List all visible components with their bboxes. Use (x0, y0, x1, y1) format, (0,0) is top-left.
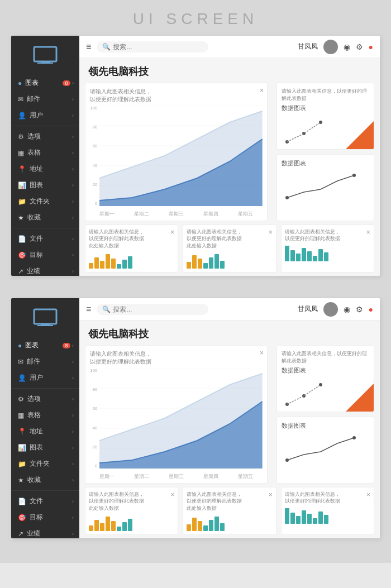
sidebar-item-图表2[interactable]: 📊 图表 › (11, 177, 79, 193)
close-button-3[interactable]: × (170, 491, 174, 499)
chevron-icon: › (72, 80, 74, 86)
close-button[interactable]: × (170, 228, 174, 236)
close-button-5[interactable]: × (366, 491, 370, 499)
sidebar-item-业绩[interactable]: ↗ 业绩 › (11, 263, 79, 276)
main-content-1: ≡ 🔍 甘凤凤 ◉ ⚙ ● 领先电脑科技 (79, 36, 380, 276)
sidebar2-item-图表2[interactable]: 📊图表› (11, 439, 79, 456)
right-chart-title-1: 数据图表 (282, 104, 369, 112)
sidebar2-item-选项[interactable]: ⚙选项› (11, 391, 79, 407)
close-button[interactable]: × (260, 87, 264, 94)
right-chart-top-2: 请输入此图表相关信息，以便更好的理解此表数据 数据图表 (276, 345, 374, 412)
chevron-icon: › (72, 113, 74, 118)
header-right: 甘凤凤 ◉ ⚙ ● (298, 40, 373, 54)
mail-icon-2: ✉ (18, 358, 23, 366)
chevron-icon: › (72, 166, 74, 172)
search-box[interactable]: 🔍 (97, 41, 208, 52)
sidebar2-item-文件[interactable]: 📄文件› (11, 493, 79, 509)
sidebar-section-1: ● 图表 8 › ✉ 邮件 › (11, 73, 79, 126)
settings-icon[interactable]: ⚙ (356, 42, 363, 51)
sidebar2-label-图表: 图表 (25, 341, 39, 350)
mini-note-4: 请输入此图表相关信息，以便更好的理解此表数据 (89, 491, 156, 505)
right-chart-note-2: 请输入此图表相关信息，以便更好的理解此表数据 (282, 350, 369, 364)
search-icon: 🔍 (102, 43, 111, 51)
close-button-2[interactable]: × (260, 349, 264, 357)
search-input[interactable] (113, 43, 203, 51)
mini-chart-5: × 请输入此图表相关信息，以便更好的理解此表数据 此处输入数据 (183, 487, 276, 535)
menu-icon-2[interactable]: ≡ (86, 304, 91, 314)
chevron-icon: › (72, 215, 74, 221)
folder-icon: 📁 (18, 198, 26, 205)
svg-rect-16 (34, 309, 56, 324)
sidebar2-section-3: 📄文件› 🎯目标› ↗业绩› 🏆荣誉› 💬交流› (11, 491, 79, 538)
sidebar2-item-邮件[interactable]: ✉邮件 › (11, 353, 79, 370)
svg-rect-0 (34, 47, 56, 61)
sidebar-logo (11, 36, 79, 73)
sidebar2-item-业绩[interactable]: ↗业绩› (11, 525, 79, 538)
chevron-icon: › (72, 199, 74, 204)
chart-icon-2: ● (18, 342, 22, 350)
sidebar2-section-2: ⚙选项› ▦表格› 📍地址› 📊图表› 📁文件夹› ★收藏› (11, 389, 79, 491)
chevron-icon: › (72, 97, 74, 102)
target-icon: 🎯 (18, 251, 26, 259)
sidebar-item-用户[interactable]: 👤 用户 › (11, 107, 79, 123)
main-chart-note: 请输入此图表相关信息，以便更好的理解此表数据 (90, 88, 174, 103)
y-axis-labels-2: 100 80 60 40 20 0 (90, 368, 99, 469)
mini-chart-4: × 请输入此图表相关信息，以便更好的理解此表数据 此处输入数据 (85, 487, 178, 535)
sidebar2-item-地址[interactable]: 📍地址› (11, 423, 79, 439)
sidebar2-item-文件夹[interactable]: 📁文件夹› (11, 456, 79, 472)
mini-chart-2: × 请输入此图表相关信息，以便更好的理解此表数据 此处输入数据 (183, 224, 276, 273)
sidebar2-item-目标[interactable]: 🎯目标› (11, 509, 79, 525)
chart-badge: 8 (63, 80, 70, 86)
svg-point-30 (352, 436, 356, 439)
star-icon-2: ★ (18, 476, 24, 484)
right-chart-note: 请输入此图表相关信息，以便更好的理解此表数据 (282, 88, 369, 102)
sidebar-item-地址[interactable]: 📍 地址 › (11, 161, 79, 177)
sidebar-item-邮件[interactable]: ✉ 邮件 › (11, 91, 79, 107)
menu-icon[interactable]: ≡ (86, 42, 91, 52)
mini-bar-chart-2 (187, 253, 272, 269)
svg-point-14 (352, 174, 356, 177)
sidebar2-section-1: ● 图表 8 › ✉邮件 › 👤用户 › (11, 335, 79, 389)
settings-icon-2[interactable]: ⚙ (356, 305, 363, 314)
search-input-2[interactable] (113, 305, 203, 313)
sidebar2-item-收藏[interactable]: ★收藏› (11, 472, 79, 488)
sidebar2-item-用户[interactable]: 👤用户 › (11, 370, 79, 386)
user-name-2: 甘凤凤 (298, 304, 318, 314)
chevron-icon: › (72, 236, 74, 242)
close-button[interactable]: × (269, 228, 273, 236)
close-button-4[interactable]: × (269, 491, 273, 499)
page-title: UI SCREEN (0, 0, 391, 36)
sidebar-item-目标[interactable]: 🎯 目标 › (11, 247, 79, 263)
chevron-icon: › (72, 183, 74, 188)
notification-icon-2[interactable]: ● (369, 305, 373, 314)
right-charts-2: 请输入此图表相关信息，以便更好的理解此表数据 数据图表 (276, 345, 374, 484)
sidebar-item-收藏[interactable]: ★ 收藏 › (11, 209, 79, 226)
header-1: ≡ 🔍 甘凤凤 ◉ ⚙ ● (79, 36, 380, 58)
notification-icon[interactable]: ● (369, 42, 373, 51)
chart-badge-2: 8 (63, 343, 70, 348)
sidebar-item-文件夹[interactable]: 📁 文件夹 › (11, 193, 79, 209)
close-button[interactable]: × (366, 228, 370, 236)
svg-point-15 (285, 196, 289, 199)
sidebar-item-选项[interactable]: ⚙ 选项 › (11, 128, 79, 145)
mini-note-5: 请输入此图表相关信息，以便更好的理解此表数据 (187, 491, 254, 505)
sidebar-item-图表[interactable]: ● 图表 8 › (11, 75, 79, 91)
sidebar-item-文件[interactable]: 📄 文件 › (11, 231, 79, 247)
y-axis-labels: 100 80 60 40 20 0 (90, 106, 99, 206)
main-chart-note-2: 请输入此图表相关信息，以便更好的理解此表数据 (90, 350, 174, 366)
sidebar2-item-表格[interactable]: ▦表格› (11, 407, 79, 423)
file-icon-2: 📄 (18, 498, 26, 505)
search-box-2[interactable]: 🔍 (97, 304, 208, 315)
user-avatar-2 (323, 302, 338, 317)
sidebar2-item-图表[interactable]: ● 图表 8 › (11, 337, 79, 353)
line-chart-svg (282, 170, 360, 203)
mini-bar-chart-5 (187, 515, 272, 531)
bottom-charts-row-2: × 请输入此图表相关信息，以便更好的理解此表数据 此处输入数据 (85, 487, 374, 535)
main-content-2: ≡ 🔍 甘凤凤 ◉ ⚙ ● 领先电脑科技 (79, 298, 380, 538)
right-chart-title-4: 数据图表 (282, 422, 369, 430)
sidebar-label-图表: 图表 (25, 78, 39, 88)
sidebar-item-表格[interactable]: ▦ 表格 › (11, 145, 79, 161)
mini-chart-3: × 请输入此图表相关信息，以便更好的理解此表数据 (281, 224, 374, 273)
sidebar-1: ● 图表 8 › ✉ 邮件 › (11, 36, 79, 276)
dot-chart-svg (282, 117, 332, 147)
